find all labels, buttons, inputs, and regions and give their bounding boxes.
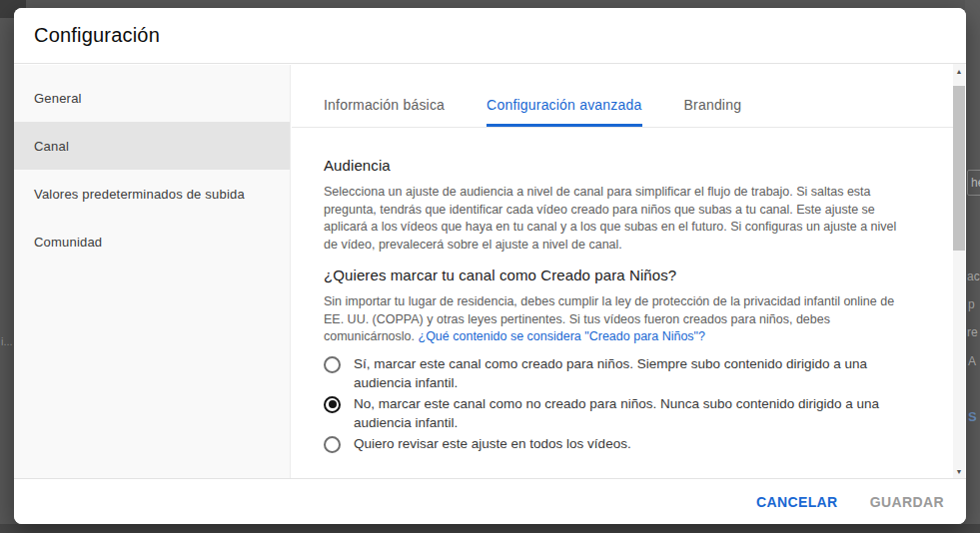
scroll-down-icon[interactable]: ▼ — [953, 464, 965, 478]
dialog-title: Configuración — [34, 24, 160, 47]
scrollbar-track[interactable] — [953, 78, 965, 464]
backdrop-text-fragment: A — [968, 354, 976, 368]
audience-heading: Audiencia — [324, 157, 910, 174]
kids-content-help-link[interactable]: ¿Qué contenido se considera "Creado para… — [419, 329, 706, 343]
settings-content: Información básica Configuración avanzad… — [292, 65, 926, 478]
save-button[interactable]: GUARDAR — [870, 494, 944, 510]
settings-sidebar: General Canal Valores predeterminados de… — [14, 65, 291, 478]
scrollbar-thumb[interactable] — [953, 86, 965, 251]
radio-option-label: No, marcar este canal como no creado par… — [354, 394, 910, 432]
backdrop-right-column — [965, 0, 980, 533]
scroll-up-icon[interactable]: ▲ — [953, 64, 965, 78]
sidebar-item-valores-predeterminados[interactable]: Valores predeterminados de subida — [14, 170, 290, 218]
backdrop-text-fragment: he — [967, 170, 980, 196]
backdrop-link-fragment: S — [968, 409, 977, 424]
cancel-button[interactable]: CANCELAR — [756, 494, 838, 510]
sidebar-item-comunidad[interactable]: Comunidad — [14, 218, 290, 266]
audience-section: Audiencia Selecciona un ajuste de audien… — [292, 157, 926, 453]
kids-question-description: Sin importar tu lugar de residencia, deb… — [324, 293, 910, 346]
radio-selected-icon[interactable] — [324, 396, 341, 413]
radio-unselected-icon[interactable] — [324, 436, 341, 453]
sidebar-item-general[interactable]: General — [14, 74, 290, 122]
dialog-header: Configuración — [14, 8, 966, 64]
backdrop-text-fragment: p — [968, 297, 975, 311]
tab-configuracion-avanzada[interactable]: Configuración avanzada — [487, 97, 641, 127]
backdrop-text-fragment: re — [967, 325, 978, 339]
audience-radio-group: Sí, marcar este canal como creado para n… — [324, 354, 910, 453]
radio-unselected-icon[interactable] — [324, 356, 341, 373]
radio-option-review-each[interactable]: Quiero revisar este ajuste en todos los … — [324, 434, 910, 453]
sidebar-item-canal[interactable]: Canal — [14, 122, 290, 170]
tab-informacion-basica[interactable]: Información básica — [324, 97, 445, 127]
radio-option-label: Sí, marcar este canal como creado para n… — [354, 354, 910, 392]
settings-dialog: Configuración General Canal Valores pred… — [14, 8, 966, 524]
radio-option-yes-kids[interactable]: Sí, marcar este canal como creado para n… — [324, 354, 910, 392]
channel-tabs: Información básica Configuración avanzad… — [292, 65, 954, 128]
backdrop-text-fragment: i... — [1, 335, 13, 347]
audience-description: Selecciona un ajuste de audiencia a nive… — [324, 184, 910, 254]
backdrop-text-fragment: ac — [967, 269, 980, 283]
dialog-footer: CANCELAR GUARDAR — [14, 478, 966, 524]
tab-branding[interactable]: Branding — [684, 97, 742, 127]
radio-option-label: Quiero revisar este ajuste en todos los … — [354, 434, 631, 453]
radio-option-no-kids[interactable]: No, marcar este canal como no creado par… — [324, 394, 910, 432]
kids-question-heading: ¿Quieres marcar tu canal como Creado par… — [324, 266, 910, 283]
backdrop-bottom-strip — [0, 524, 980, 533]
content-scrollbar[interactable]: ▲ ▼ — [953, 64, 965, 478]
